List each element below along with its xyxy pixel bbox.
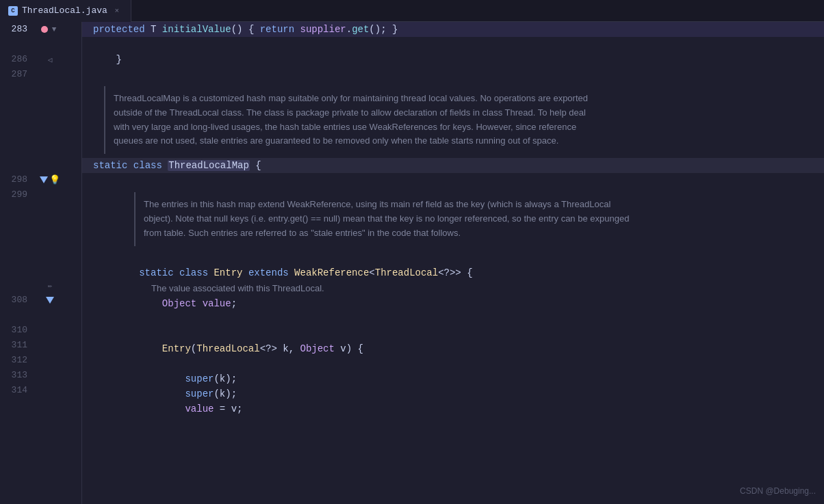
line-number-283: 283 [0, 22, 33, 37]
code-editor[interactable]: protected T initialValue() { return supp… [82, 22, 824, 504]
tab-threadlocal[interactable]: C ThreadLocal.java × [0, 0, 131, 22]
line-number-310: 310 [0, 323, 33, 338]
code-content-310: Object value; [93, 296, 237, 311]
gutter-icons-298: 💡 [33, 174, 67, 185]
line-number-311: 311 [0, 338, 33, 353]
line-gutter: 283 ▼ 286 ◁ 287 298 [0, 22, 82, 504]
line-number-287: 287 [0, 67, 33, 82]
code-content-298: static class ThreadLocalMap { [93, 158, 261, 173]
gutter-row-311: 311 [0, 338, 81, 353]
doc-block-2: The entries in this hash map extend Weak… [82, 188, 824, 250]
gutter-row-310: 310 [0, 323, 81, 338]
fold-arrow-icon[interactable]: ▼ [49, 25, 59, 34]
gutter-row-doc1b [0, 97, 81, 112]
gutter-row-313: 313 [0, 368, 81, 383]
code-line-310: Object value; [82, 296, 824, 311]
code-content-314: value = v; [93, 401, 242, 416]
code-content-super: super(k); [93, 371, 237, 386]
code-line-314: value = v; [82, 401, 824, 416]
doc-block-2-text: The entries in this hash map extend Weak… [134, 192, 641, 246]
code-line-313-empty [82, 356, 824, 371]
code-content-312: Entry(ThreadLocal<?> k, Object v) { [93, 341, 363, 356]
gutter-icons-283: ▼ [33, 25, 67, 34]
gutter-row-doc1a [0, 82, 81, 97]
gutter-row-doc3 [0, 308, 81, 323]
tab-filename: ThreadLocal.java [22, 5, 107, 16]
gutter-row-doc2c [0, 233, 81, 248]
gutter-row-doc1d [0, 127, 81, 142]
line-number-313: 313 [0, 368, 33, 383]
gutter-row-286: 286 ◁ [0, 52, 81, 67]
gutter-row-pencil: ✏ [0, 278, 81, 293]
code-line-299 [82, 173, 824, 188]
code-line-empty4 [82, 326, 824, 341]
code-line-312: Entry(ThreadLocal<?> k, Object v) { [82, 341, 824, 356]
gutter-icons-pencil: ✏ [33, 281, 67, 290]
code-content-283: protected T initialValue() { return supp… [93, 22, 398, 37]
line-number-312: 312 [0, 353, 33, 368]
code-line-286: } [82, 52, 824, 67]
gutter-row-287: 287 [0, 67, 81, 82]
doc-block-1: ThreadLocalMap is a customized hash map … [82, 82, 824, 158]
tab-close-button[interactable]: × [112, 5, 123, 16]
line-number-308: 308 [0, 293, 33, 308]
doc-block-3: The value associated with this ThreadLoc… [82, 280, 824, 296]
code-line-313: super(k); [82, 386, 824, 401]
doc-block-3-text: The value associated with this ThreadLoc… [151, 283, 324, 293]
gutter-row-308: 308 [0, 293, 81, 308]
code-line-283: protected T initialValue() { return supp… [82, 22, 824, 37]
gutter-row-doc2a [0, 202, 81, 217]
pencil-icon[interactable]: ✏ [48, 281, 53, 290]
bookmark-308-icon [46, 297, 54, 304]
code-content-308: static class Entry extends WeakReference… [93, 265, 473, 280]
line-number-299: 299 [0, 187, 33, 202]
gutter-icons-286: ◁ [33, 55, 67, 64]
doc-block-1-text: ThreadLocalMap is a customized hash map … [104, 86, 610, 154]
tab-file-icon: C [8, 6, 18, 16]
code-line-empty1 [82, 37, 824, 52]
editor-container: 283 ▼ 286 ◁ 287 298 [0, 22, 824, 504]
code-line-287 [82, 67, 824, 82]
gutter-row-299: 299 [0, 187, 81, 202]
code-line-298: static class ThreadLocalMap { [82, 158, 824, 173]
line-number-286: 286 [0, 52, 33, 67]
gutter-row-283: 283 ▼ [0, 22, 81, 37]
tab-bar: C ThreadLocal.java × [0, 0, 824, 22]
gutter-row-doc1f [0, 157, 81, 172]
gutter-row-doc2e [0, 263, 81, 278]
gutter-row-doc2b [0, 217, 81, 233]
gutter-row-empty1 [0, 37, 81, 52]
gutter-row-doc1c [0, 112, 81, 127]
gutter-row-312: 312 [0, 353, 81, 368]
code-content-313: super(k); [93, 386, 237, 401]
lightbulb-icon[interactable]: 💡 [49, 174, 60, 185]
gutter-row-298: 298 💡 [0, 172, 81, 187]
code-line-super: super(k); [82, 371, 824, 386]
code-line-311 [82, 311, 824, 326]
line-number-298: 298 [0, 172, 33, 187]
bookmark-icon [40, 176, 48, 183]
code-line-empty3 [82, 250, 824, 265]
fold-arrow-286[interactable]: ◁ [45, 55, 55, 64]
code-line-308: static class Entry extends WeakReference… [82, 265, 824, 280]
breakpoint-icon[interactable] [41, 26, 48, 33]
code-content-286: } [93, 52, 122, 67]
gutter-row-314: 314 [0, 383, 81, 398]
gutter-row-doc1e [0, 142, 81, 157]
line-number-314: 314 [0, 383, 33, 398]
gutter-row-doc2d [0, 248, 81, 263]
gutter-icons-308 [33, 297, 67, 304]
